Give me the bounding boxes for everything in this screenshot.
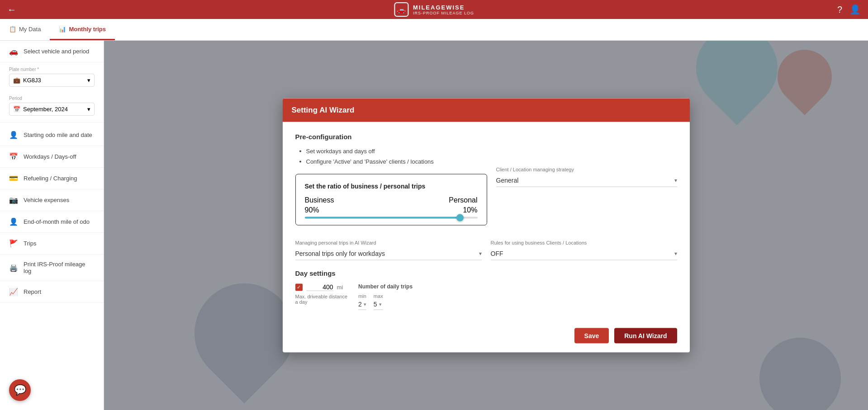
preconfig-title: Pre-configuration — [295, 132, 677, 140]
sidebar-item-report[interactable]: 📈 Report — [0, 281, 104, 303]
plate-number-select[interactable]: 💼 KG8J3 ▾ — [9, 74, 95, 87]
my-data-icon: 📋 — [9, 26, 16, 33]
sidebar-item-refueling[interactable]: 💳 Refueling / Charging — [0, 168, 104, 189]
save-button[interactable]: Save — [574, 328, 609, 344]
chevron-down-icon: ▾ — [87, 77, 90, 84]
rules-label: Rules for using business Clients / Locat… — [491, 240, 677, 245]
min-col: min 2 ▾ — [358, 293, 366, 310]
chevron-down-period-icon: ▾ — [87, 106, 90, 113]
tab-bar: 📋 My Data 📊 Monthly trips — [0, 19, 868, 41]
daily-trips-col: Number of daily trips min 2 ▾ max — [358, 283, 413, 310]
client-location-select[interactable]: General ▾ — [496, 174, 677, 187]
end-of-month-label: End-of-month mile of odo — [24, 218, 90, 225]
client-location-label: Client / Location managing strategy — [496, 167, 677, 172]
tab-my-data-label: My Data — [19, 26, 41, 33]
client-location-value: General — [496, 177, 519, 184]
managing-col-right: Rules for using business Clients / Locat… — [491, 240, 677, 260]
user-icon[interactable]: 👤 — [849, 4, 861, 15]
trips-label: Trips — [24, 240, 36, 247]
topnav: ← 🚗 MILEAGEWISE IRS-PROOF MILEAGE LOG ? … — [0, 0, 868, 19]
rules-select[interactable]: OFF ▾ — [491, 247, 677, 260]
ai-wizard-dialog: Setting AI Wizard Pre-configuration Set … — [283, 98, 690, 353]
logo: 🚗 MILEAGEWISE IRS-PROOF MILEAGE LOG — [394, 2, 474, 17]
business-value: 90% — [305, 206, 319, 214]
slider-fill — [305, 217, 460, 219]
managing-arrow: ▾ — [479, 250, 482, 257]
business-label: Business — [305, 196, 334, 204]
period-label: Period — [9, 96, 95, 101]
help-icon[interactable]: ? — [837, 5, 842, 15]
chat-icon: 💬 — [14, 384, 26, 396]
refueling-label: Refueling / Charging — [24, 175, 77, 182]
rules-arrow: ▾ — [674, 250, 677, 257]
monthly-trips-icon: 📊 — [59, 26, 66, 33]
sidebar-select-vehicle-label: Select vehicle and period — [24, 48, 89, 55]
sidebar-item-print-irs[interactable]: 🖨️ Print IRS-Proof mileage log — [0, 254, 104, 281]
back-button[interactable]: ← — [7, 5, 16, 15]
ratio-values: 90% 10% — [305, 206, 478, 214]
tab-monthly-trips[interactable]: 📊 Monthly trips — [50, 19, 115, 40]
tab-my-data[interactable]: 📋 My Data — [0, 19, 50, 40]
sidebar-item-select-vehicle[interactable]: 🚗 Select vehicle and period — [0, 41, 104, 62]
plate-number-label: Plate number * — [9, 67, 95, 72]
max-dist-input[interactable] — [306, 283, 333, 291]
personal-label: Personal — [449, 196, 477, 204]
managing-value: Personal trips only for workdays — [295, 250, 385, 257]
rules-value: OFF — [491, 250, 503, 257]
max-dist-checkbox[interactable]: ✓ — [295, 283, 303, 291]
daily-trips-label: Number of daily trips — [358, 283, 413, 290]
expenses-icon: 📷 — [9, 196, 18, 204]
workdays-icon: 📅 — [9, 152, 18, 161]
app-subtitle: IRS-PROOF MILEAGE LOG — [413, 11, 474, 15]
ratio-client-row: Set the ratio of business / personal tri… — [295, 167, 677, 233]
plate-number-field: Plate number * 💼 KG8J3 ▾ — [0, 62, 104, 91]
sidebar-item-starting-odo[interactable]: 👤 Starting odo mile and date — [0, 124, 104, 146]
max-col: max 5 ▾ — [374, 293, 383, 310]
max-dist-col: ✓ mi Max. driveable distancea day — [295, 283, 348, 305]
topnav-right: ? 👤 — [837, 4, 861, 15]
report-label: Report — [24, 288, 41, 295]
max-dist-row: ✓ mi — [295, 283, 348, 291]
trips-icon: 🚩 — [9, 239, 18, 248]
odo-icon: 👤 — [9, 131, 18, 139]
sidebar-divider-1 — [0, 122, 104, 123]
workdays-label: Workdays / Days-off — [24, 153, 76, 160]
max-select[interactable]: 5 ▾ — [374, 301, 383, 310]
preconfig-item-2: Configure 'Active' and 'Passive' clients… — [306, 156, 677, 167]
managing-select[interactable]: Personal trips only for workdays ▾ — [295, 247, 482, 260]
sidebar: 🚗 Select vehicle and period Plate number… — [0, 41, 104, 410]
starting-odo-label: Starting odo mile and date — [24, 132, 92, 138]
period-select[interactable]: 📅 September, 2024 ▾ — [9, 103, 95, 116]
layout: 🚗 Select vehicle and period Plate number… — [0, 41, 868, 410]
day-settings-row: ✓ mi Max. driveable distancea day Number… — [295, 283, 677, 310]
client-location-section: Client / Location managing strategy Gene… — [496, 167, 677, 187]
ratio-slider[interactable] — [305, 217, 478, 219]
period-value: September, 2024 — [23, 106, 68, 113]
preconfig-list: Set workdays and days off Configure 'Act… — [295, 146, 677, 167]
client-location-arrow: ▾ — [674, 177, 677, 184]
personal-value: 10% — [463, 206, 477, 214]
min-label: min — [358, 293, 366, 299]
ratio-labels: Business Personal — [305, 196, 478, 204]
daily-min-max: min 2 ▾ max 5 ▾ — [358, 293, 413, 310]
dist-unit: mi — [337, 284, 343, 291]
vehicle-expenses-label: Vehicle expenses — [24, 197, 69, 203]
sidebar-item-trips[interactable]: 🚩 Trips — [0, 233, 104, 254]
sidebar-item-end-of-month[interactable]: 👤 End-of-month mile of odo — [0, 211, 104, 233]
min-arrow: ▾ — [364, 301, 366, 307]
sidebar-item-vehicle-expenses[interactable]: 📷 Vehicle expenses — [0, 189, 104, 211]
chat-button[interactable]: 💬 — [9, 379, 31, 401]
slider-track — [305, 217, 478, 219]
slider-thumb[interactable] — [456, 214, 464, 221]
preconfig-item-1: Set workdays and days off — [306, 146, 677, 156]
run-ai-wizard-button[interactable]: Run AI Wizard — [614, 328, 677, 344]
refueling-icon: 💳 — [9, 174, 18, 183]
plate-number-value: KG8J3 — [23, 77, 41, 84]
sidebar-item-workdays[interactable]: 📅 Workdays / Days-off — [0, 146, 104, 168]
briefcase-icon: 💼 — [13, 77, 20, 84]
min-select[interactable]: 2 ▾ — [358, 301, 366, 310]
dialog-body: Pre-configuration Set workdays and days … — [283, 122, 690, 321]
logo-text-block: MILEAGEWISE IRS-PROOF MILEAGE LOG — [413, 4, 474, 15]
ratio-title: Set the ratio of business / personal tri… — [305, 183, 478, 190]
main-content: Setting AI Wizard Pre-configuration Set … — [104, 41, 868, 410]
